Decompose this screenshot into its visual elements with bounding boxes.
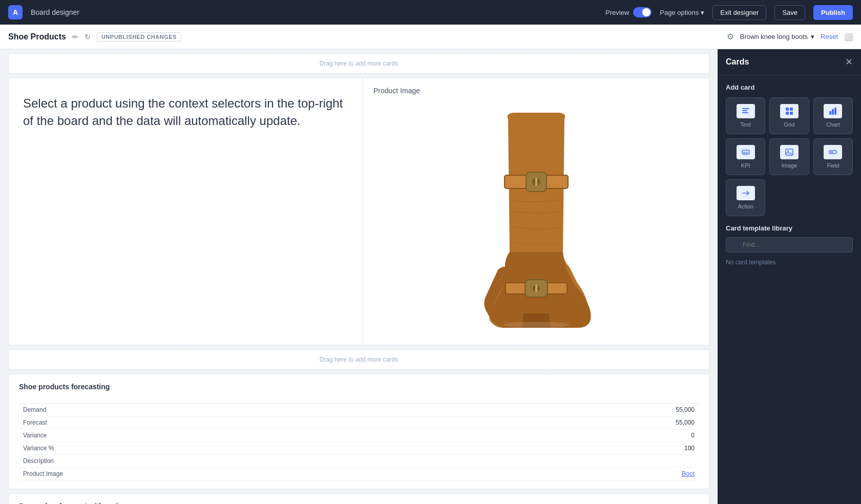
forecast-row-label: Variance <box>19 429 203 442</box>
product-selector[interactable]: Brown knee long boots ▾ <box>740 33 814 40</box>
svg-point-40 <box>787 151 789 152</box>
panel-header: Cards ✕ <box>718 49 861 75</box>
preview-label: Preview <box>605 9 629 16</box>
forecast-row-value[interactable]: Boot <box>203 468 699 480</box>
forecast-row-value: 100 <box>203 442 699 455</box>
forecast-row-label: Demand <box>19 404 203 416</box>
expand-icon[interactable]: ⬜ <box>844 33 853 41</box>
kpi-card-icon: KPI <box>737 145 755 159</box>
svg-point-10 <box>503 322 570 328</box>
card-types-row-3: Action <box>726 179 853 216</box>
reset-button[interactable]: Reset <box>821 33 838 40</box>
chart-card: Demand vs forecast with variance 75k 50k… <box>8 493 709 504</box>
svg-rect-32 <box>786 112 789 115</box>
top-navigation: A Board designer Preview Page options ▾ … <box>0 0 861 25</box>
chart-title: Demand vs forecast with variance <box>19 502 699 504</box>
template-search-input[interactable] <box>726 237 853 253</box>
text-card: Select a product using the context selec… <box>9 78 363 345</box>
forecasting-card: Shoe products forecasting Demand55,000Fo… <box>8 374 709 489</box>
card-type-field[interactable]: Field <box>813 138 853 175</box>
chart-card-icon <box>824 104 842 118</box>
panel-title: Cards <box>726 57 749 67</box>
drag-zone-mid[interactable]: Drag here to add more cards <box>8 349 709 370</box>
grid-card-label: Grid <box>784 121 795 128</box>
svg-rect-36 <box>834 108 836 115</box>
unpublished-badge: UNPUBLISHED CHANGES <box>97 32 181 41</box>
template-library-title: Card template library <box>726 224 853 232</box>
forecast-col-label <box>19 399 203 404</box>
svg-rect-35 <box>832 109 834 115</box>
svg-rect-4 <box>535 178 537 186</box>
add-card-section: Add card Text Grid <box>718 75 861 224</box>
svg-rect-34 <box>829 111 831 115</box>
product-image-card: Product Image <box>363 78 709 345</box>
exit-designer-button[interactable]: Exit designer <box>712 5 766 20</box>
svg-rect-31 <box>790 108 793 111</box>
forecast-row-label: Description <box>19 455 203 468</box>
forecast-row-label: Product Image <box>19 468 203 480</box>
table-row: Variance %100 <box>19 442 699 455</box>
text-card-content: Select a product using the context selec… <box>23 95 348 129</box>
forecast-row-label: Forecast <box>19 416 203 429</box>
card-type-grid[interactable]: Grid <box>769 97 809 134</box>
forecast-row-value <box>203 455 699 468</box>
preview-toggle-area: Preview <box>605 7 652 17</box>
app-logo: A <box>8 5 23 19</box>
table-row: Demand55,000 <box>19 404 699 416</box>
table-row: Forecast55,000 <box>19 416 699 429</box>
add-card-title: Add card <box>726 83 853 91</box>
settings-icon[interactable]: ⚙ <box>727 32 734 41</box>
refresh-icon[interactable]: ↻ <box>85 33 91 41</box>
boot-svg <box>475 109 598 329</box>
card-types-row-1: Text Grid Chart <box>726 97 853 134</box>
product-image-title: Product Image <box>373 87 699 95</box>
forecasting-title: Shoe products forecasting <box>19 383 699 391</box>
forecast-row-value: 55,000 <box>203 404 699 416</box>
text-card-icon <box>737 104 755 118</box>
sub-header: Shoe Products ✏ ↻ UNPUBLISHED CHANGES ⚙ … <box>0 25 861 49</box>
board-designer-title: Board designer <box>31 8 79 16</box>
main-canvas: Drag here to add more cards Select a pro… <box>0 49 718 504</box>
template-search-wrapper: 🔍 <box>726 237 853 253</box>
grid-card-icon <box>780 104 799 118</box>
svg-rect-42 <box>830 152 833 153</box>
page-options-button[interactable]: Page options ▾ <box>660 9 704 16</box>
save-button[interactable]: Save <box>774 5 805 20</box>
right-panel: Cards ✕ Add card Text Grid <box>718 49 861 504</box>
publish-button[interactable]: Publish <box>813 5 853 20</box>
svg-rect-28 <box>742 110 747 111</box>
text-card-label: Text <box>741 121 751 128</box>
edit-icon[interactable]: ✏ <box>72 33 78 41</box>
card-type-chart[interactable]: Chart <box>813 97 853 134</box>
svg-rect-9 <box>535 285 537 292</box>
action-card-label: Action <box>738 203 753 209</box>
forecast-row-value: 0 <box>203 429 699 442</box>
product-image-area <box>373 101 699 337</box>
svg-rect-33 <box>790 112 793 115</box>
page-title: Shoe Products <box>8 32 66 41</box>
table-row: Product ImageBoot <box>19 468 699 480</box>
svg-text:KPI: KPI <box>743 151 748 154</box>
cards-row-1: Select a product using the context selec… <box>8 78 709 345</box>
toggle-knob <box>642 8 650 16</box>
table-row: Variance0 <box>19 429 699 442</box>
close-icon[interactable]: ✕ <box>845 56 853 68</box>
table-row: Description <box>19 455 699 468</box>
main-layout: Drag here to add more cards Select a pro… <box>0 49 861 504</box>
preview-toggle[interactable] <box>633 7 652 17</box>
forecast-col-value <box>203 399 699 404</box>
card-type-image[interactable]: Image <box>769 138 809 175</box>
no-templates-label: No card templates <box>726 259 853 266</box>
template-section: Card template library 🔍 No card template… <box>718 224 861 274</box>
card-type-action[interactable]: Action <box>726 179 765 216</box>
svg-rect-29 <box>742 112 748 113</box>
card-type-kpi[interactable]: KPI KPI <box>726 138 765 175</box>
field-card-icon <box>824 145 842 159</box>
card-types-action: Action <box>726 179 853 216</box>
image-card-label: Image <box>782 162 797 169</box>
drag-zone-top[interactable]: Drag here to add more cards <box>8 53 709 74</box>
forecast-table: Demand55,000Forecast55,000Variance0Varia… <box>19 399 699 480</box>
action-card-icon <box>737 186 755 200</box>
card-type-text[interactable]: Text <box>726 97 765 134</box>
field-card-label: Field <box>827 162 839 169</box>
